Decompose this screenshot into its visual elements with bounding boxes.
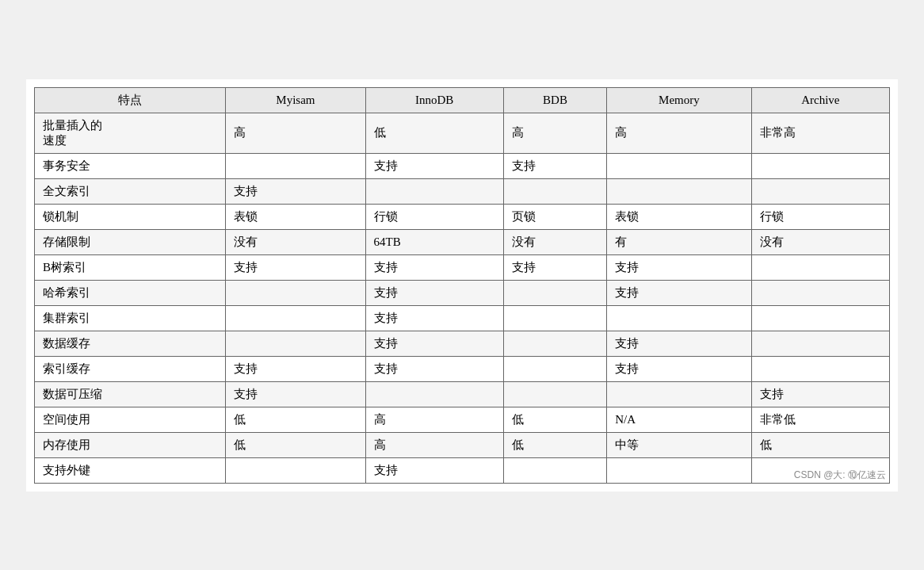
- table-row: 内存使用低高低中等低: [35, 432, 890, 457]
- cell-memory: [607, 305, 752, 331]
- cell-myisam: [226, 280, 365, 305]
- cell-memory: 有: [607, 229, 752, 254]
- cell-bdb: [503, 457, 606, 483]
- comparison-table: 特点 Myisam InnoDB BDB Memory Archive 批量插入…: [34, 87, 890, 484]
- cell-innodb: 高: [365, 407, 503, 432]
- cell-innodb: 支持: [365, 305, 503, 331]
- cell-bdb: [503, 280, 606, 305]
- cell-innodb: [365, 178, 503, 204]
- cell-innodb: 高: [365, 432, 503, 457]
- cell-feature: 数据可压缩: [35, 381, 226, 407]
- cell-innodb: [365, 381, 503, 407]
- table-row: 支持外键支持: [35, 457, 890, 483]
- cell-innodb: 支持: [365, 153, 503, 178]
- cell-myisam: 低: [226, 432, 365, 457]
- watermark: CSDN @大: ⑩亿速云: [794, 469, 886, 482]
- table-header-row: 特点 Myisam InnoDB BDB Memory Archive: [35, 87, 890, 113]
- cell-innodb: 64TB: [365, 229, 503, 254]
- cell-memory: 支持: [607, 331, 752, 356]
- cell-archive: 没有: [751, 229, 889, 254]
- cell-feature: 索引缓存: [35, 356, 226, 381]
- cell-innodb: 支持: [365, 356, 503, 381]
- col-feature: 特点: [35, 87, 226, 113]
- table-row: 事务安全支持支持: [35, 153, 890, 178]
- cell-bdb: 支持: [503, 254, 606, 280]
- cell-archive: 非常高: [751, 113, 889, 153]
- cell-bdb: 页锁: [503, 204, 606, 229]
- cell-feature: 批量插入的速度: [35, 113, 226, 153]
- cell-memory: [607, 457, 752, 483]
- cell-feature: 全文索引: [35, 178, 226, 204]
- cell-memory: 支持: [607, 280, 752, 305]
- cell-archive: [751, 280, 889, 305]
- cell-innodb: 支持: [365, 457, 503, 483]
- cell-archive: [751, 254, 889, 280]
- col-myisam: Myisam: [226, 87, 365, 113]
- cell-feature: 事务安全: [35, 153, 226, 178]
- cell-memory: 高: [607, 113, 752, 153]
- cell-memory: [607, 381, 752, 407]
- col-innodb: InnoDB: [365, 87, 503, 113]
- table-row: 哈希索引支持支持: [35, 280, 890, 305]
- cell-feature: 空间使用: [35, 407, 226, 432]
- cell-feature: B树索引: [35, 254, 226, 280]
- col-memory: Memory: [607, 87, 752, 113]
- cell-memory: [607, 178, 752, 204]
- table-row: 存储限制没有64TB没有有没有: [35, 229, 890, 254]
- cell-innodb: 支持: [365, 280, 503, 305]
- cell-archive: 非常低: [751, 407, 889, 432]
- cell-myisam: 支持: [226, 381, 365, 407]
- cell-innodb: 行锁: [365, 204, 503, 229]
- table-row: 锁机制表锁行锁页锁表锁行锁: [35, 204, 890, 229]
- cell-feature: 锁机制: [35, 204, 226, 229]
- cell-myisam: 没有: [226, 229, 365, 254]
- cell-feature: 内存使用: [35, 432, 226, 457]
- cell-myisam: 低: [226, 407, 365, 432]
- cell-memory: 支持: [607, 254, 752, 280]
- cell-memory: 表锁: [607, 204, 752, 229]
- table-row: 数据缓存支持支持: [35, 331, 890, 356]
- table-row: 索引缓存支持支持支持: [35, 356, 890, 381]
- cell-bdb: 支持: [503, 153, 606, 178]
- cell-bdb: [503, 331, 606, 356]
- cell-innodb: 支持: [365, 331, 503, 356]
- cell-innodb: 支持: [365, 254, 503, 280]
- cell-bdb: [503, 178, 606, 204]
- cell-bdb: 高: [503, 113, 606, 153]
- cell-archive: [751, 356, 889, 381]
- cell-bdb: 低: [503, 432, 606, 457]
- cell-bdb: [503, 381, 606, 407]
- cell-myisam: 表锁: [226, 204, 365, 229]
- cell-feature: 集群索引: [35, 305, 226, 331]
- cell-archive: 行锁: [751, 204, 889, 229]
- cell-myisam: [226, 305, 365, 331]
- table-row: 数据可压缩支持支持: [35, 381, 890, 407]
- cell-myisam: 支持: [226, 178, 365, 204]
- cell-archive: [751, 153, 889, 178]
- cell-myisam: [226, 457, 365, 483]
- cell-memory: 中等: [607, 432, 752, 457]
- page-wrapper: 特点 Myisam InnoDB BDB Memory Archive 批量插入…: [26, 79, 898, 492]
- cell-innodb: 低: [365, 113, 503, 153]
- cell-feature: 支持外键: [35, 457, 226, 483]
- col-bdb: BDB: [503, 87, 606, 113]
- table-row: 批量插入的速度高低高高非常高: [35, 113, 890, 153]
- cell-archive: [751, 331, 889, 356]
- col-archive: Archive: [751, 87, 889, 113]
- cell-archive: 支持: [751, 381, 889, 407]
- cell-myisam: [226, 331, 365, 356]
- table-row: 空间使用低高低N/A非常低: [35, 407, 890, 432]
- cell-memory: N/A: [607, 407, 752, 432]
- cell-archive: 低: [751, 432, 889, 457]
- cell-bdb: [503, 356, 606, 381]
- cell-bdb: [503, 305, 606, 331]
- cell-bdb: 没有: [503, 229, 606, 254]
- table-row: 全文索引支持: [35, 178, 890, 204]
- table-row: B树索引支持支持支持支持: [35, 254, 890, 280]
- cell-myisam: 支持: [226, 356, 365, 381]
- table-row: 集群索引支持: [35, 305, 890, 331]
- cell-myisam: [226, 153, 365, 178]
- cell-bdb: 低: [503, 407, 606, 432]
- cell-memory: 支持: [607, 356, 752, 381]
- cell-memory: [607, 153, 752, 178]
